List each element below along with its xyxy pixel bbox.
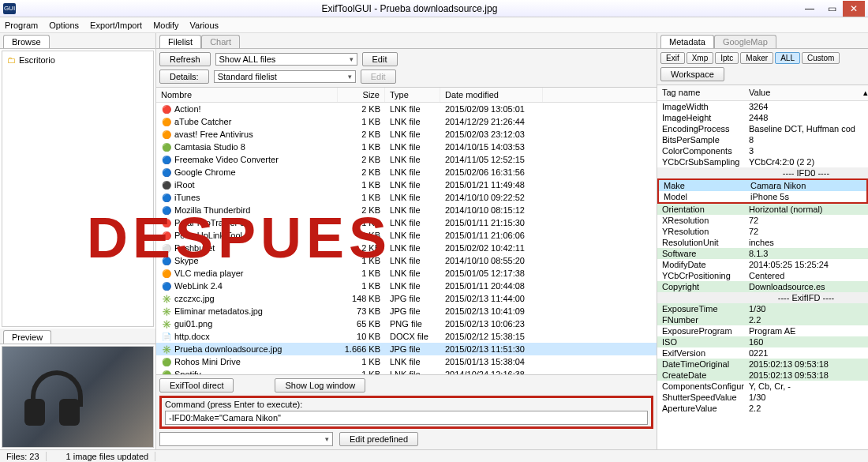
meta-row[interactable]: YResolution72 <box>657 226 868 237</box>
meta-col-tag[interactable]: Tag name <box>657 85 744 100</box>
file-row[interactable]: 🟠avast! Free Antivirus2 KBLNK file2015/0… <box>156 128 657 141</box>
file-row[interactable]: 🟠aTube Catcher1 KBLNK file2014/12/29 21:… <box>156 115 657 128</box>
file-row[interactable]: ✳️Eliminar metadatos.jpg73 KBJPG file201… <box>156 305 657 317</box>
file-row[interactable]: 🟠VLC media player1 KBLNK file2015/01/05 … <box>156 267 657 280</box>
file-row[interactable]: 🔵Google Chrome2 KBLNK file2015/02/06 16:… <box>156 166 657 178</box>
show-all-select[interactable]: Show ALL files▾ <box>215 53 357 66</box>
scroll-up-icon[interactable]: ▴ <box>859 85 868 100</box>
meta-btn-custom[interactable]: Custom <box>802 52 840 64</box>
tab-metadata[interactable]: Metadata <box>660 35 714 48</box>
meta-row[interactable]: ShutterSpeedValue1/30 <box>657 392 868 403</box>
meta-row[interactable]: ColorComponents3 <box>657 145 868 156</box>
file-row[interactable]: 🔴Action!2 KBLNK file2015/02/09 13:05:01 <box>156 103 657 115</box>
meta-row[interactable]: ImageHeight2448 <box>657 112 868 123</box>
tab-browse[interactable]: Browse <box>3 35 50 48</box>
file-row[interactable]: 🔴Polar ProTrainer 51 KBLNK file2015/01/1… <box>156 216 657 229</box>
meta-row[interactable]: FNumber2.2 <box>657 314 868 325</box>
details-button[interactable]: Details: <box>159 69 209 84</box>
file-row[interactable]: ⚫iRoot1 KBLNK file2015/01/21 11:49:48 <box>156 178 657 191</box>
meta-btn-iptc[interactable]: Iptc <box>715 52 739 64</box>
meta-row[interactable]: YCbCrSubSamplingYCbCr4:2:0 (2 2) <box>657 156 868 167</box>
command-box-highlighted: Command (press Enter to execute): <box>159 396 653 429</box>
meta-row[interactable]: ISO160 <box>657 336 868 347</box>
file-row[interactable]: ✳️Prueba downloadsource.jpg1.666 KBJPG f… <box>156 343 657 355</box>
meta-row[interactable]: OrientationHorizontal (normal) <box>657 204 868 215</box>
file-row[interactable]: 🟢Camtasia Studio 81 KBLNK file2014/10/15… <box>156 141 657 153</box>
edit-button[interactable]: Edit <box>362 52 398 66</box>
file-row[interactable]: ✳️czczxc.jpg148 KBJPG file2015/02/13 11:… <box>156 292 657 305</box>
col-header-date[interactable]: Date modified <box>440 88 543 102</box>
meta-row[interactable]: ModifyDate2014:05:25 15:25:24 <box>657 259 868 270</box>
maximize-button[interactable]: ▭ <box>821 1 843 17</box>
menu-options[interactable]: Options <box>49 21 79 30</box>
file-row[interactable]: 🔵iTunes1 KBLNK file2014/10/10 09:22:52 <box>156 191 657 204</box>
file-row[interactable]: ✳️gui01.png65 KBPNG file2015/02/13 10:06… <box>156 317 657 330</box>
meta-row[interactable]: CreateDate2015:02:13 09:53:18 <box>657 370 868 381</box>
file-row[interactable]: 🔵Mozilla Thunderbird2 KBLNK file2014/10/… <box>156 204 657 216</box>
tree-item-escritorio[interactable]: 🗀 Escritorio <box>6 54 150 66</box>
file-row[interactable]: 🟢Spotify1 KBLNK file2014/10/24 12:16:38 <box>156 368 657 374</box>
command-history-select[interactable]: ▾ <box>159 432 333 446</box>
meta-row[interactable]: ExifVersion0221 <box>657 347 868 359</box>
tab-googlemap[interactable]: GoogleMap <box>714 35 776 48</box>
meta-row[interactable]: ComponentsConfigurationY, Cb, Cr, - <box>657 381 868 392</box>
meta-row[interactable]: ImageWidth3264 <box>657 101 868 112</box>
menu-modify[interactable]: Modify <box>153 21 178 30</box>
meta-row[interactable]: ResolutionUnitinches <box>657 237 868 248</box>
file-icon: 🟠 <box>161 129 172 140</box>
exiftool-direct-button[interactable]: ExifTool direct <box>159 378 234 393</box>
meta-row[interactable]: EncodingProcessBaseline DCT, Huffman cod <box>657 123 868 134</box>
menu-program[interactable]: Program <box>5 21 38 30</box>
file-icon: 🔴 <box>161 230 172 241</box>
close-button[interactable]: ✕ <box>843 1 865 17</box>
command-input[interactable] <box>165 411 648 425</box>
file-row[interactable]: 🟢Rohos Mini Drive1 KBLNK file2015/01/13 … <box>156 355 657 368</box>
tab-chart[interactable]: Chart <box>201 35 240 48</box>
file-row[interactable]: 🔵WebLink 2.41 KBLNK file2015/01/11 20:44… <box>156 280 657 292</box>
meta-btn-maker[interactable]: Maker <box>740 52 773 64</box>
meta-btn-exif[interactable]: Exif <box>660 52 685 64</box>
meta-row[interactable]: CopyrightDownloadsource.es <box>657 281 868 292</box>
show-log-button[interactable]: Show Log window <box>275 378 365 393</box>
refresh-button[interactable]: Refresh <box>159 52 211 66</box>
workspace-button[interactable]: Workspace <box>660 67 724 81</box>
file-icon: ✳️ <box>161 344 172 355</box>
file-icon: ✳️ <box>161 318 172 329</box>
meta-row[interactable]: ExposureTime1/30 <box>657 303 868 314</box>
file-row[interactable]: 🔵Skype1 KBLNK file2014/10/10 08:55:20 <box>156 254 657 267</box>
tab-filelist[interactable]: Filelist <box>159 35 201 48</box>
minimize-button[interactable]: — <box>799 1 821 17</box>
folder-tree[interactable]: 🗀 Escritorio <box>2 51 154 327</box>
meta-section: ---- IFD0 ---- <box>657 167 868 178</box>
file-icon: 📄 <box>161 331 172 342</box>
meta-row[interactable]: ApertureValue2.2 <box>657 403 868 414</box>
meta-row[interactable]: ModeliPhone 5s <box>659 191 866 202</box>
meta-row[interactable]: DateTimeOriginal2015:02:13 09:53:18 <box>657 359 868 370</box>
menu-exportimport[interactable]: Export/Import <box>90 21 142 30</box>
file-row[interactable]: 🔵Freemake Video Converter2 KBLNK file201… <box>156 153 657 166</box>
meta-row[interactable]: MakeCamara Nikon <box>659 180 866 191</box>
meta-col-value[interactable]: Value <box>744 85 859 100</box>
col-header-size[interactable]: Size <box>338 88 385 102</box>
meta-row[interactable]: XResolution72 <box>657 215 868 226</box>
col-header-type[interactable]: Type <box>385 88 440 102</box>
file-list[interactable]: Nombre Size Type Date modified 🔴Action!2… <box>156 88 657 374</box>
meta-row[interactable]: ExposureProgramProgram AE <box>657 325 868 336</box>
meta-btn-xmp[interactable]: Xmp <box>687 52 714 64</box>
meta-row[interactable]: BitsPerSample8 <box>657 134 868 145</box>
meta-btn-all[interactable]: ALL <box>775 52 800 64</box>
filelist-select[interactable]: Standard filelist▾ <box>214 70 356 83</box>
menu-various[interactable]: Various <box>190 21 219 30</box>
col-header-name[interactable]: Nombre <box>156 88 338 102</box>
file-row[interactable]: 🔴Polar UpLink Tool1 KBLNK file2015/01/11… <box>156 229 657 242</box>
edit-predefined-button[interactable]: Edit predefined <box>339 432 418 446</box>
meta-tab-strip: Metadata GoogleMap <box>657 33 868 49</box>
meta-row[interactable]: Software8.1.3 <box>657 248 868 259</box>
center-tab-strip: Filelist Chart <box>156 33 657 49</box>
status-files: Files: 23 <box>0 452 47 461</box>
file-row[interactable]: 📄http.docx10 KBDOCX file2015/02/12 15:38… <box>156 330 657 343</box>
file-row[interactable]: ⚪Pushbullet2 KBLNK file2015/02/02 10:42:… <box>156 242 657 254</box>
meta-row[interactable]: YCbCrPositioningCentered <box>657 270 868 281</box>
tab-preview[interactable]: Preview <box>3 330 51 344</box>
metadata-table[interactable]: Tag name Value ▴ ImageWidth3264ImageHeig… <box>657 85 868 449</box>
